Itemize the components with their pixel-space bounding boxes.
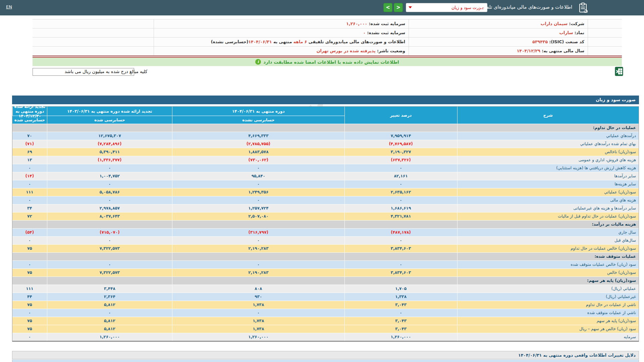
value-current: ۱,۷۰۵: [344, 285, 457, 293]
row-label: بهاي تمام شده درآمدهاي عملیاتي: [457, 140, 639, 148]
value-restated-midyear: ۰: [172, 196, 344, 204]
value-current: ۳,۰۴۳: [344, 301, 457, 309]
table-row: غیرعملیاتي (ریال)۱,۳۳۸۹۳۰۲,۳۶۴۴۴: [12, 293, 639, 301]
statement-type-dropdown[interactable]: صورت سود و زیان: [406, 3, 487, 12]
info-label: شرکت:: [568, 21, 584, 26]
row-label: سال‌هاي قبل: [457, 237, 639, 244]
info-circle-icon: i: [255, 59, 261, 65]
info-empty-cell-left: [33, 38, 154, 46]
section-label: عملیات متوقف شده:: [457, 253, 639, 260]
value-percent-change: (۱۴): [12, 172, 47, 180]
row-label: ناشي از عملیات در حال تداوم: [457, 301, 639, 309]
row-label: سود (زیان) خالص عملیات متوقف شده: [457, 261, 639, 268]
value-restated-yearend: ۵,۳۹۰,۴۱۱: [47, 148, 172, 156]
value-restated-midyear: ۴,۶۶۹,۳۳۳: [172, 132, 344, 140]
info-value: ۶ ماهه: [293, 39, 307, 44]
info-empty-cell-left: [33, 19, 154, 28]
value-restated-midyear: ۲,۱۹۰,۲۸۳: [172, 269, 344, 277]
chevron-down-icon: [409, 6, 412, 8]
info-value: ۰: [363, 30, 366, 35]
value-percent-change: ۷۵: [12, 301, 47, 309]
value-percent-change: ۱۳: [12, 156, 47, 164]
value-percent-change: ۱۱۱: [12, 285, 47, 293]
value-restated-midyear: ۰: [172, 164, 344, 172]
value-restated-midyear: ۱,۲۵۷,۷۲۴: [172, 204, 344, 212]
value-restated-yearend: ۰: [47, 196, 172, 204]
row-label: هزینه هاي مالی: [457, 196, 639, 204]
table-row: هزینه کاهش ارزش دریافتني ها (هزینه استثن…: [12, 164, 639, 172]
info-label: نماد:: [573, 30, 584, 35]
value-restated-yearend: ۵,۸۱۲: [47, 301, 172, 309]
excel-export-icon[interactable]: X: [615, 67, 623, 77]
svg-text:X: X: [616, 69, 619, 74]
empty-cell: [172, 124, 344, 132]
company-info-table: شرکت: سیمان دارابسرمایه ثبت شده: ۱,۲۶۰,۰…: [33, 19, 622, 56]
statement-title-bar: صورت سود و زیان: [12, 96, 639, 104]
value-percent-change: ۰: [12, 180, 47, 188]
value-current: (۶۳۷,۳۲۶): [344, 156, 457, 164]
table-row: سال‌هاي قبل۰۰۰۰: [12, 236, 639, 244]
value-current: ۱,۶۸۶,۶۱۹: [344, 204, 457, 212]
value-percent-change: ۷۵: [12, 269, 47, 277]
section-row: عملیات در حال تداوم:: [12, 124, 639, 132]
value-percent-change: ۱۱۱: [12, 188, 47, 196]
empty-cell: [344, 124, 457, 132]
next-statement-button[interactable]: >: [394, 3, 403, 12]
value-percent-change: ۰: [12, 309, 47, 317]
value-restated-yearend: (۷,۲۸۴,۸۹۶): [47, 140, 172, 148]
value-restated-yearend: ۷,۳۲۲,۵۷۳: [47, 245, 172, 252]
value-restated-midyear: (۲,۷۸۵,۷۵۵): [172, 140, 344, 148]
value-restated-yearend: ۰: [47, 309, 172, 317]
row-label: سود(زیان) پایه هر سهم: [457, 317, 639, 325]
empty-cell: [12, 277, 47, 285]
info-value: سیمان داراب: [541, 21, 568, 26]
info-label: سرمایه ثبت شده:: [367, 21, 405, 26]
top-navigation-bar: EN < > صورت سود و زیان اطلاعات و صورت‌ها…: [0, 0, 644, 15]
header-restated-midyear-audit: حسابرسی شده: [47, 116, 172, 124]
value-restated-yearend: ۱,۲۶۰,۰۰۰: [47, 333, 172, 341]
previous-statement-button[interactable]: <: [383, 3, 392, 12]
header-restated-yearend-audit: حسابرسی شده: [12, 116, 47, 124]
table-row: هزینه هاي مالی۰۰۰۰: [12, 196, 639, 204]
empty-cell: [12, 253, 47, 260]
value-percent-change: ۷۰: [12, 132, 47, 140]
row-label: سود(زیان) خالص: [457, 269, 639, 277]
info-row: سال مالی منتهی به: ۱۴۰۴/۱۲/۲۹وضعیت ناشر:…: [33, 47, 622, 56]
value-current: ۰: [344, 261, 457, 268]
value-percent-change: ۷۲: [12, 213, 47, 220]
info-row: کد صنعت (ISIC): ۵۳۹۴۳۵اطلاعات و صورت‌های…: [33, 38, 622, 47]
info-empty-cell-left: [33, 28, 154, 37]
value-percent-change: ۷۵: [12, 245, 47, 252]
signature-match-text: اطلاعات نمایش داده شده با اطلاعات امضا ش…: [263, 59, 399, 65]
value-percent-change: (۷۱): [12, 140, 47, 148]
table-row: عملیاتي (ریال)۱,۷۰۵۸۰۸۳,۴۴۸۱۱۱: [12, 285, 639, 293]
value-restated-yearend: ۰: [47, 180, 172, 188]
table-row: ناشي از عملیات متوقف شده۰۰۰۰: [12, 309, 639, 317]
page-title: اطلاعات و صورت‌های مالی میاندوره‌ای تلفی…: [479, 4, 572, 10]
value-restated-midyear: ۱,۷۳۸: [172, 301, 344, 309]
info-label: سال مالی منتهی به:: [540, 48, 584, 53]
info-label-cell: شرکت: سیمان داراب: [409, 19, 588, 28]
value-current: ۳,۸۳۴,۶۰۳: [344, 245, 457, 252]
row-label: سال جاري: [457, 229, 639, 236]
value-restated-yearend: ۵,۸۱۲: [47, 325, 172, 333]
info-label: اطلاعات و صورت‌های مالی میاندوره‌ای تلفی…: [307, 39, 405, 44]
row-label: سایر هزینه‌ها: [457, 180, 639, 188]
value-percent-change: ۰: [12, 164, 47, 172]
value-percent-change: ۰: [12, 237, 47, 244]
section-row: هزینه مالیات بر درآمد:: [12, 220, 639, 228]
value-current: ۳,۰۴۳: [344, 325, 457, 333]
empty-cell: [47, 221, 172, 228]
value-percent-change: ۶۹: [12, 148, 47, 156]
table-row: سود (زیان) خالص عملیات متوقف شده۰۰۰۰: [12, 260, 639, 268]
table-row: سایر هزینه‌ها۰۰۰۰: [12, 180, 639, 188]
table-row: ناشي از عملیات در حال تداوم۳,۰۴۳۱,۷۳۸۵,۸…: [12, 301, 639, 309]
info-label-cell: نماد: ساراب: [409, 28, 588, 37]
table-row: بهاي تمام شده درآمدهاي عملیاتي(۴,۷۶۹,۵۸۷…: [12, 140, 639, 148]
value-restated-midyear: (۳۱۶,۷۹۷): [172, 229, 344, 236]
value-restated-yearend: ۱,۰۰۴,۷۵۲: [47, 172, 172, 180]
value-restated-yearend: ۷,۳۲۲,۵۷۳: [47, 269, 172, 277]
info-empty-cell-right: [588, 47, 622, 55]
language-en-link[interactable]: EN: [6, 4, 12, 9]
empty-cell: [344, 221, 457, 228]
